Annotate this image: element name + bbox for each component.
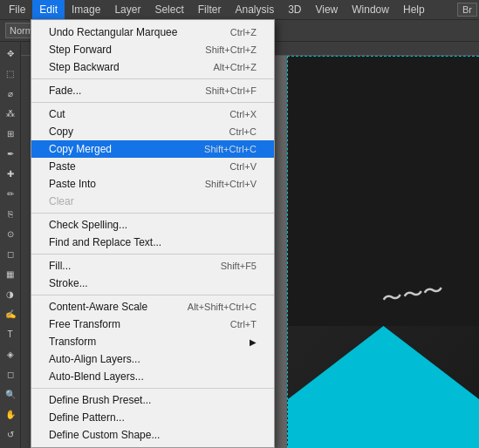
tool-clone[interactable]: ⎘ [1, 204, 20, 223]
menu-paste-shortcut: Ctrl+V [229, 161, 257, 172]
menu-define-pattern[interactable]: Define Pattern... [31, 409, 274, 426]
tool-rotate[interactable]: ↺ [1, 424, 20, 444]
menu-layer[interactable]: Layer [107, 0, 147, 19]
separator-1 [31, 78, 274, 79]
menu-define-pattern-label: Define Pattern... [49, 411, 125, 424]
tool-healing[interactable]: ✚ [1, 164, 20, 183]
menu-copy-merged-shortcut: Shift+Ctrl+C [204, 144, 257, 154]
separator-4 [31, 254, 274, 255]
menu-3d[interactable]: 3D [281, 0, 308, 19]
canvas-teal [288, 326, 479, 448]
tool-brush[interactable]: ✏ [1, 184, 20, 203]
tool-pen[interactable]: ✍ [1, 304, 20, 323]
menu-undo-shortcut: Ctrl+Z [230, 27, 257, 37]
menu-undo-label: Undo Rectangular Marquee [49, 26, 177, 38]
tool-lasso[interactable]: ⌀ [1, 84, 20, 103]
menu-copy-shortcut: Ctrl+C [229, 126, 257, 137]
menu-fill[interactable]: Fill... Shift+F5 [31, 257, 274, 275]
tool-text[interactable]: T [1, 324, 20, 343]
menu-edit[interactable]: Edit [32, 0, 65, 19]
menu-fill-label: Fill... [49, 260, 71, 272]
menu-view[interactable]: View [308, 0, 345, 19]
menu-find-replace-label: Find and Replace Text... [49, 236, 161, 248]
tool-gradient[interactable]: ▦ [1, 264, 20, 283]
separator-5 [31, 295, 274, 295]
menu-content-aware-scale-label: Content-Aware Scale [49, 301, 147, 313]
menu-auto-blend[interactable]: Auto-Blend Layers... [31, 368, 274, 385]
tool-hand[interactable]: ✋ [1, 404, 20, 424]
tool-move[interactable]: ✥ [1, 44, 20, 63]
menu-select[interactable]: Select [147, 0, 190, 19]
menu-auto-align[interactable]: Auto-Align Layers... [31, 350, 274, 368]
menu-free-transform[interactable]: Free Transform Ctrl+T [31, 316, 274, 333]
menu-copy[interactable]: Copy Ctrl+C [31, 123, 274, 140]
menu-cas-shortcut: Alt+Shift+Ctrl+C [188, 302, 257, 312]
menu-step-forward[interactable]: Step Forward Shift+Ctrl+Z [31, 41, 274, 58]
menu-copy-label: Copy [49, 126, 73, 138]
menu-define-custom-shape[interactable]: Define Custom Shape... [31, 426, 274, 444]
menu-paste[interactable]: Paste Ctrl+V [31, 158, 274, 175]
menu-window[interactable]: Window [345, 0, 396, 19]
menu-file[interactable]: File [2, 0, 32, 19]
menu-define-brush-label: Define Brush Preset... [49, 394, 151, 406]
tool-eyedropper[interactable]: ✒ [1, 144, 20, 163]
menu-define-brush[interactable]: Define Brush Preset... [31, 391, 274, 409]
menu-filter[interactable]: Filter [191, 0, 229, 19]
menu-auto-blend-label: Auto-Blend Layers... [49, 370, 144, 383]
menu-check-spelling-label: Check Spelling... [49, 219, 127, 231]
tool-dodge[interactable]: ◑ [1, 284, 20, 303]
tool-path[interactable]: ◈ [1, 344, 20, 363]
edit-menu: Undo Rectangular Marquee Ctrl+Z Step For… [31, 19, 275, 448]
menu-define-custom-shape-label: Define Custom Shape... [49, 429, 160, 441]
menu-help[interactable]: Help [396, 0, 432, 19]
menu-paste-into[interactable]: Paste Into Shift+Ctrl+V [31, 175, 274, 193]
menu-clear: Clear [31, 193, 274, 210]
menu-bar: File Edit Image Layer Select Filter Anal… [0, 0, 479, 19]
menu-step-backward-shortcut: Alt+Ctrl+Z [213, 62, 257, 72]
menu-fade[interactable]: Fade... Shift+Ctrl+F [31, 82, 274, 99]
menu-stroke[interactable]: Stroke... [31, 275, 274, 292]
toolbar: ✥ ⬚ ⌀ ⁂ ⊞ ✒ ✚ ✏ ⎘ ⊙ ◻ ▦ ◑ ✍ T ◈ ◻ 🔍 ✋ ↺ [0, 42, 21, 448]
menu-analysis[interactable]: Analysis [228, 0, 281, 19]
tool-magic-wand[interactable]: ⁂ [1, 104, 20, 123]
separator-2 [31, 102, 274, 103]
menu-check-spelling[interactable]: Check Spelling... [31, 216, 274, 234]
menu-free-transform-label: Free Transform [49, 318, 120, 330]
menu-step-forward-label: Step Forward [49, 44, 112, 56]
separator-3 [31, 213, 274, 214]
menu-fade-shortcut: Shift+Ctrl+F [205, 85, 257, 96]
separator-6 [31, 388, 274, 389]
tool-history[interactable]: ⊙ [1, 224, 20, 243]
canvas-image: 〜〜〜 [287, 56, 479, 448]
tool-shape[interactable]: ◻ [1, 364, 20, 384]
bridge-button[interactable]: Br [457, 3, 477, 17]
menu-free-transform-shortcut: Ctrl+T [230, 319, 257, 329]
menu-auto-align-label: Auto-Align Layers... [49, 353, 140, 365]
menu-cut-label: Cut [49, 108, 65, 120]
menu-copy-merged-label: Copy Merged [49, 143, 112, 155]
menu-cut-shortcut: Ctrl+X [229, 109, 257, 119]
menu-paste-into-shortcut: Shift+Ctrl+V [205, 179, 257, 189]
menu-step-forward-shortcut: Shift+Ctrl+Z [205, 44, 257, 55]
menu-step-backward-label: Step Backward [49, 61, 120, 73]
tool-crop[interactable]: ⊞ [1, 124, 20, 143]
menu-step-backward[interactable]: Step Backward Alt+Ctrl+Z [31, 58, 274, 76]
menu-paste-label: Paste [49, 160, 76, 173]
menu-transform-arrow: ▶ [250, 337, 257, 347]
menu-transform-label: Transform [49, 336, 96, 348]
menu-fill-shortcut: Shift+F5 [221, 261, 257, 271]
menu-stroke-label: Stroke... [49, 277, 88, 289]
menu-transform[interactable]: Transform ▶ [31, 333, 274, 350]
tool-zoom[interactable]: 🔍 [1, 384, 20, 404]
menu-content-aware-scale[interactable]: Content-Aware Scale Alt+Shift+Ctrl+C [31, 298, 274, 316]
menu-find-replace[interactable]: Find and Replace Text... [31, 234, 274, 251]
tool-marquee[interactable]: ⬚ [1, 64, 20, 83]
menu-paste-into-label: Paste Into [49, 178, 96, 190]
menu-copy-merged[interactable]: Copy Merged Shift+Ctrl+C [31, 140, 274, 158]
tool-eraser[interactable]: ◻ [1, 244, 20, 263]
menu-image[interactable]: Image [65, 0, 107, 19]
menu-undo[interactable]: Undo Rectangular Marquee Ctrl+Z [31, 24, 274, 41]
menu-cut[interactable]: Cut Ctrl+X [31, 105, 274, 123]
menu-fade-label: Fade... [49, 85, 81, 97]
menu-clear-label: Clear [49, 195, 74, 207]
